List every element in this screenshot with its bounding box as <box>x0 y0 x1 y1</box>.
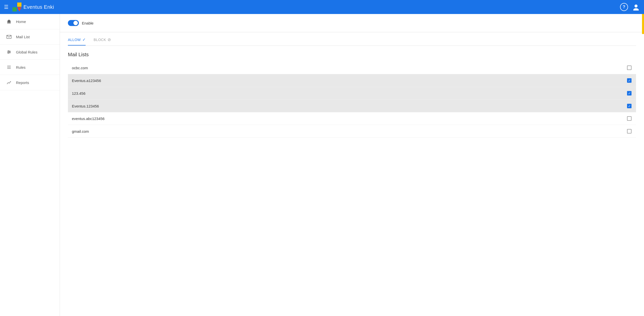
home-icon <box>6 19 12 24</box>
svg-point-11 <box>9 52 10 53</box>
mail-list-checkbox[interactable]: ✓ <box>626 78 632 83</box>
sidebar-item-global-rules[interactable]: Global Rules <box>0 45 60 60</box>
mail-list-checkbox[interactable] <box>626 116 632 121</box>
help-icon[interactable]: ? <box>620 3 628 11</box>
highlighted-group: Eventus.a123456 ✓ 123.456 ✓ Eventus.1234… <box>68 74 636 112</box>
allow-tab-label: ALLOW <box>68 38 81 42</box>
sidebar-item-reports[interactable]: Reports <box>0 75 60 90</box>
svg-rect-0 <box>12 3 17 7</box>
mail-lists-section: Mail Lists ocbc.com Eventus.a123456 ✓ <box>60 46 644 144</box>
main-content: Enable ALLOW ✓ BLOCK ⊘ Mail Lists ocbc.c… <box>60 14 644 316</box>
mail-icon <box>6 34 12 39</box>
header-actions: ? <box>620 3 640 11</box>
svg-point-4 <box>634 5 638 8</box>
list-item-text: Eventus.a123456 <box>72 79 626 83</box>
checkbox-checked-icon: ✓ <box>627 104 632 108</box>
sidebar-item-home[interactable]: Home <box>0 14 60 29</box>
enable-toggle[interactable] <box>68 20 79 26</box>
enable-label: Enable <box>82 21 94 25</box>
user-icon[interactable] <box>632 3 640 11</box>
sidebar-item-mail-list[interactable]: Mail List <box>0 29 60 45</box>
app-logo: Eventus Enki <box>12 3 54 12</box>
mail-list-checkbox[interactable] <box>626 65 632 71</box>
user-avatar-icon <box>632 4 640 11</box>
list-item-text: ocbc.com <box>72 66 626 70</box>
list-item: gmail.com <box>68 125 636 138</box>
logo-svg <box>12 3 22 12</box>
sidebar-item-global-rules-label: Global Rules <box>16 50 38 54</box>
checkbox-checked-icon: ✓ <box>627 91 632 95</box>
svg-rect-2 <box>12 7 17 12</box>
list-item-text: eventus.abc123456 <box>72 116 626 121</box>
reports-icon <box>6 80 12 85</box>
toggle-slider <box>68 20 79 26</box>
list-item: 123.456 ✓ <box>68 87 636 100</box>
global-rules-icon <box>6 50 12 55</box>
enable-section: Enable <box>60 14 644 32</box>
sidebar: Home Mail List G <box>0 14 60 316</box>
mail-list-checkbox[interactable]: ✓ <box>626 103 632 109</box>
block-circle-icon: ⊘ <box>108 37 111 42</box>
block-tab-label: BLOCK <box>94 38 106 42</box>
mail-list-checkbox[interactable]: ✓ <box>626 90 632 96</box>
sidebar-item-rules-label: Rules <box>16 65 26 70</box>
svg-point-10 <box>8 51 9 52</box>
sidebar-item-home-label: Home <box>16 20 26 24</box>
svg-marker-3 <box>17 7 22 12</box>
tabs-row: ALLOW ✓ BLOCK ⊘ <box>68 37 636 46</box>
list-item: ocbc.com <box>68 62 636 74</box>
list-item: eventus.abc123456 <box>68 112 636 125</box>
list-item-text: gmail.com <box>72 129 626 133</box>
yellow-right-strip <box>642 14 644 34</box>
list-item: Eventus.123456 ✓ <box>68 100 636 112</box>
mail-list-checkbox[interactable] <box>626 128 632 134</box>
list-item-text: 123.456 <box>72 91 626 95</box>
checkbox-unchecked-icon <box>627 116 632 121</box>
sidebar-item-reports-label: Reports <box>16 80 29 85</box>
rules-icon <box>6 65 12 70</box>
svg-point-5 <box>633 8 639 11</box>
sidebar-item-mail-list-label: Mail List <box>16 35 30 39</box>
hamburger-menu-icon[interactable]: ☰ <box>4 4 8 10</box>
list-item-text: Eventus.123456 <box>72 104 626 108</box>
tab-block[interactable]: BLOCK ⊘ <box>94 37 111 46</box>
sidebar-item-rules[interactable]: Rules <box>0 60 60 75</box>
mail-lists-title: Mail Lists <box>68 52 636 58</box>
svg-point-12 <box>8 53 9 54</box>
app-title: Eventus Enki <box>24 4 54 10</box>
tab-allow[interactable]: ALLOW ✓ <box>68 37 86 46</box>
checkbox-unchecked-icon <box>627 66 632 70</box>
checkbox-unchecked-icon <box>627 129 632 133</box>
allow-check-icon: ✓ <box>82 37 86 42</box>
list-item: Eventus.a123456 ✓ <box>68 74 636 87</box>
checkbox-checked-icon: ✓ <box>627 78 632 83</box>
toggle-container: Enable <box>68 20 636 26</box>
app-header: ☰ Eventus Enki ? <box>0 0 644 14</box>
tabs-section: ALLOW ✓ BLOCK ⊘ <box>60 32 644 46</box>
svg-rect-1 <box>17 3 22 7</box>
